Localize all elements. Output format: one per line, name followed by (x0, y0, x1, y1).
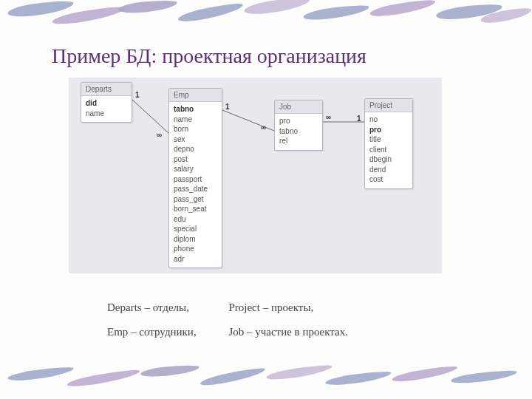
field: tabno (174, 104, 217, 115)
field: cost (369, 174, 408, 185)
field: pro (369, 125, 408, 135)
entity-job: Job pro tabno rel (274, 100, 323, 151)
entity-fields: tabno name born sex depno post salary pa… (169, 102, 222, 267)
field: born (174, 124, 217, 134)
field: rel (279, 136, 318, 146)
field: post (174, 154, 217, 165)
decor-bottom (0, 366, 532, 387)
entity-header: Project (365, 99, 412, 112)
entity-header: Departs (81, 83, 132, 96)
cardinality-label: 1 (135, 91, 140, 99)
legend-item: Project – проекты, (228, 296, 348, 320)
entity-departs: Departs did name (81, 82, 132, 123)
entity-header: Emp (169, 89, 222, 102)
entity-project: Project no pro title client dbegin dend … (364, 98, 413, 189)
field: born_seat (174, 204, 217, 214)
field: edu (174, 214, 217, 225)
legend-item: Departs – отделы, (107, 296, 197, 320)
field: passport (174, 174, 217, 185)
page-title: Пример БД: проектная организация (52, 44, 366, 68)
entity-fields: no pro title client dbegin dend cost (365, 112, 412, 188)
field: tabno (279, 126, 318, 137)
legend-item: Job – участие в проектах. (228, 320, 348, 344)
field: no (369, 115, 408, 125)
field: name (86, 109, 127, 119)
cardinality-label: 1 (225, 103, 230, 111)
field: depno (174, 144, 217, 154)
field: special (174, 224, 217, 234)
field: diplom (174, 234, 217, 245)
field: client (369, 145, 408, 155)
field: adr (174, 254, 217, 265)
svg-line-1 (222, 110, 274, 131)
entity-fields: pro tabno rel (275, 114, 322, 150)
cardinality-label: ∞ (326, 113, 331, 121)
field: dbegin (369, 154, 408, 165)
legend-item: Emp – сотрудники, (107, 320, 197, 344)
entity-emp: Emp tabno name born sex depno post salar… (168, 88, 222, 268)
cardinality-label: ∞ (261, 123, 266, 132)
legend: Departs – отделы, Emp – сотрудники, Proj… (107, 296, 348, 344)
field: salary (174, 164, 217, 174)
decor-top (0, 0, 532, 30)
entity-header: Job (275, 100, 322, 114)
field: sex (174, 134, 217, 145)
cardinality-label: 1 (357, 115, 361, 123)
svg-line-0 (132, 100, 168, 133)
field: dend (369, 165, 408, 175)
field: pass_date (174, 184, 217, 194)
cardinality-label: ∞ (157, 131, 162, 139)
field: pro (279, 116, 318, 126)
field: name (174, 115, 217, 125)
field: did (86, 98, 127, 109)
diagram-canvas: Departs did name Emp tabno name born sex… (69, 78, 442, 273)
field: title (369, 134, 408, 145)
entity-fields: did name (81, 96, 132, 122)
field: phone (174, 244, 217, 254)
field: pass_get (174, 194, 217, 205)
